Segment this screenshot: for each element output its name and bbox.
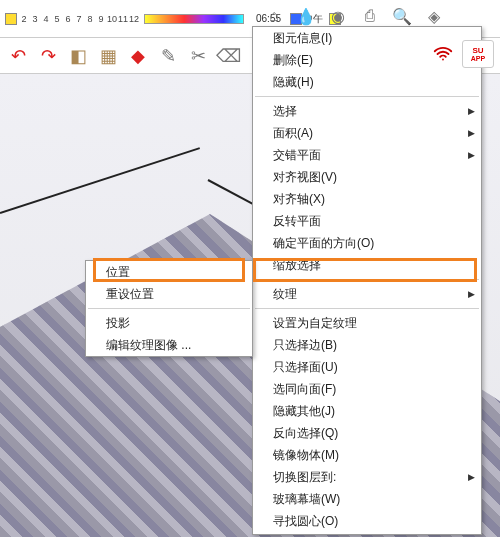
globe-icon[interactable]: ◉ [324,2,352,30]
menu-item[interactable]: 纹理 [253,283,481,305]
menu-item-label: 确定平面的方向(O) [273,235,374,252]
menu-item-label: 对齐视图(V) [273,169,337,186]
ruler-tick: 10 [107,14,117,24]
menu-item[interactable]: 对齐视图(V) [253,166,481,188]
box-icon[interactable]: ◧ [64,42,92,70]
menu-item-label: 反转平面 [273,213,321,230]
context-menu-texture-sub[interactable]: 位置重设位置投影编辑纹理图像 ... [85,260,253,357]
tool-c-icon[interactable]: ⌫ [214,42,242,70]
menu-item[interactable]: 位置 [86,261,252,283]
menu-item[interactable]: 只选择边(B) [253,334,481,356]
menu-item[interactable]: 重设位置 [86,283,252,305]
ruler-tick: 9 [96,14,106,24]
ruler-tick: 8 [85,14,95,24]
menu-item[interactable]: 超级退出 [253,532,481,535]
ruler-tick: 12 [129,14,139,24]
menu-item[interactable]: 反转平面 [253,210,481,232]
menu-separator [255,308,479,309]
menu-item[interactable]: 投影 [86,312,252,334]
menu-item-label: 隐藏其他(J) [273,403,335,420]
menu-item[interactable]: 选同向面(F) [253,378,481,400]
menu-item-label: 只选择边(B) [273,337,337,354]
menu-item[interactable]: 镜像物体(M) [253,444,481,466]
layers-icon[interactable]: ◈ [420,2,448,30]
menu-item-label: 反向选择(Q) [273,425,338,442]
ruler-tick: 3 [30,14,40,24]
menu-item[interactable]: 对齐轴(X) [253,188,481,210]
menu-item[interactable]: 隐藏其他(J) [253,400,481,422]
ruler-tick: 7 [74,14,84,24]
paint-icon[interactable]: ◆ [124,42,152,70]
menu-item-label: 只选择面(U) [273,359,338,376]
menu-item[interactable]: 隐藏(H) [253,71,481,93]
search-icon[interactable]: 🔍 [388,2,416,30]
menu-item-label: 切换图层到: [273,469,336,486]
context-menu-main[interactable]: 图元信息(I)删除(E)隐藏(H)选择面积(A)交错平面对齐视图(V)对齐轴(X… [252,26,482,535]
menu-item-label: 面积(A) [273,125,313,142]
app-badge-top: SU [472,46,483,55]
menu-item-label: 镜像物体(M) [273,447,339,464]
color-swatch [5,13,17,25]
menu-item[interactable]: 编辑纹理图像 ... [86,334,252,356]
grid-icon[interactable]: ▦ [94,42,122,70]
tool-a-icon[interactable]: ✎ [154,42,182,70]
menu-item-label: 缩放选择 [273,257,321,274]
menu-item-label: 设置为自定纹理 [273,315,357,332]
menu-item-label: 玻璃幕墙(W) [273,491,340,508]
edge-line [0,147,200,214]
menu-item-label: 重设位置 [106,286,154,303]
menu-item[interactable]: 只选择面(U) [253,356,481,378]
menu-item-label: 隐藏(H) [273,74,314,91]
menu-item[interactable]: 交错平面 [253,144,481,166]
gradient-bar [144,14,244,24]
menu-separator [88,308,250,309]
undo-arrow-icon[interactable]: ↶ [4,42,32,70]
menu-item-label: 寻找圆心(O) [273,513,338,530]
menu-item[interactable]: 玻璃幕墙(W) [253,488,481,510]
menu-item-label: 投影 [106,315,130,332]
su-app-badge[interactable]: SUAPP [462,40,494,68]
menu-separator [255,96,479,97]
top-icon-strip: ⌂💧◉⎙🔍◈ [260,2,448,30]
menu-item[interactable]: 确定平面的方向(O) [253,232,481,254]
tool-b-icon[interactable]: ✂ [184,42,212,70]
menu-item-label: 位置 [106,264,130,281]
menu-item-label: 选择 [273,103,297,120]
menu-item-label: 超级退出 [273,535,321,536]
menu-separator [255,279,479,280]
menu-item-label: 纹理 [273,286,297,303]
menu-item[interactable]: 缩放选择 [253,254,481,276]
menu-item-label: 删除(E) [273,52,313,69]
wifi-icon[interactable] [430,41,456,67]
print-icon[interactable]: ⎙ [356,2,384,30]
ruler-tick: 4 [41,14,51,24]
app-badge-bottom: APP [471,55,485,62]
ruler: 2 3 4 5 6 7 8 9 10 11 12 [4,13,248,25]
ruler-tick: 6 [63,14,73,24]
menu-item[interactable]: 寻找圆心(O) [253,510,481,532]
menu-item-label: 编辑纹理图像 ... [106,337,191,354]
menu-item[interactable]: 切换图层到: [253,466,481,488]
house-icon[interactable]: ⌂ [260,2,288,30]
menu-item-label: 图元信息(I) [273,30,332,47]
paint-bucket-icon[interactable]: 💧 [292,2,320,30]
menu-item[interactable]: 面积(A) [253,122,481,144]
menu-item-label: 交错平面 [273,147,321,164]
redo-arrow-icon[interactable]: ↷ [34,42,62,70]
menu-item[interactable]: 反向选择(Q) [253,422,481,444]
ruler-tick: 2 [19,14,29,24]
ruler-tick: 5 [52,14,62,24]
menu-item[interactable]: 设置为自定纹理 [253,312,481,334]
ruler-tick: 11 [118,14,128,24]
menu-item-label: 对齐轴(X) [273,191,325,208]
menu-item-label: 选同向面(F) [273,381,336,398]
menu-item[interactable]: 选择 [253,100,481,122]
